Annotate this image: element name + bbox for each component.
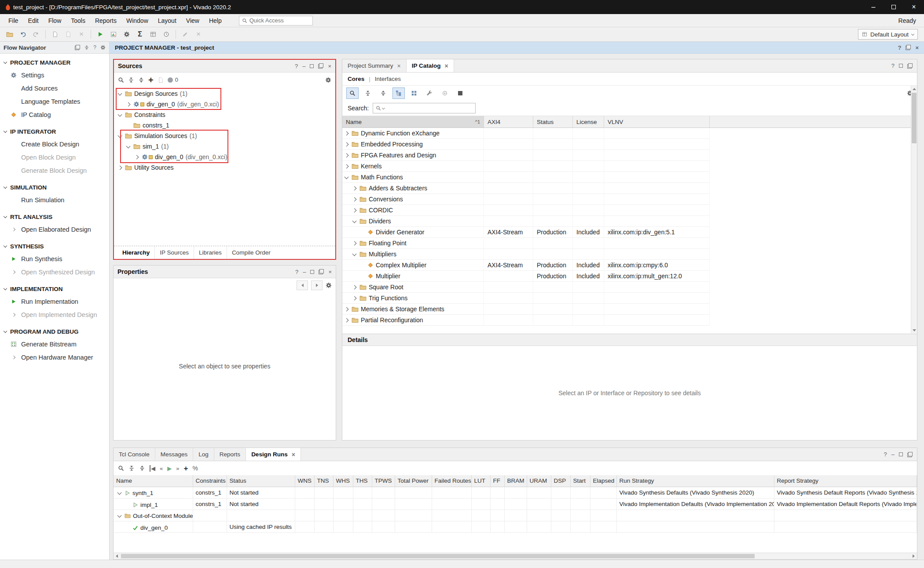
minimize-button[interactable]: – — [863, 0, 884, 14]
menu-view[interactable]: View — [181, 14, 204, 27]
close-icon[interactable]: × — [445, 62, 448, 69]
catalog-row-cordic[interactable]: CORDIC — [342, 205, 710, 216]
reset-runs-icon[interactable]: ◀ — [150, 465, 155, 472]
runs-column-lut[interactable]: LUT — [471, 475, 490, 487]
sources-tab-libraries[interactable]: Libraries — [194, 246, 227, 259]
tree-item-div-gen-0[interactable]: div_gen_0(div_gen_0.xci) — [114, 152, 335, 162]
redo-button[interactable] — [30, 29, 42, 40]
schedule-button[interactable] — [160, 29, 172, 40]
subtab-interfaces[interactable]: Interfaces — [375, 76, 401, 82]
generate-button[interactable] — [439, 87, 451, 99]
sidebar-section-header[interactable]: IP INTEGRATOR — [0, 125, 109, 138]
collapse-all-icon[interactable] — [128, 77, 134, 83]
tree-item-sim-1[interactable]: sim_1(1) — [114, 141, 335, 152]
runs-column-status[interactable]: Status — [227, 475, 295, 487]
runs-column-whs[interactable]: WHS — [333, 475, 353, 487]
runs-column-failed-routes[interactable]: Failed Routes — [432, 475, 471, 487]
runs-column-dsp[interactable]: DSP — [551, 475, 570, 487]
runs-column-name[interactable]: Name — [114, 475, 193, 487]
expand-arrow[interactable] — [343, 176, 349, 178]
gear-icon[interactable] — [325, 77, 331, 83]
float-icon[interactable] — [907, 452, 913, 457]
catalog-row-divider-generator[interactable]: Divider GeneratorAXI4-StreamProductionIn… — [342, 227, 710, 238]
minimize-icon[interactable]: – — [303, 269, 306, 275]
launch-runs-icon[interactable]: ▶ — [167, 465, 172, 472]
customize-ip-button[interactable] — [423, 87, 436, 99]
catalog-row-square-root[interactable]: Square Root — [342, 282, 710, 293]
sidebar-item-run-simulation[interactable]: Run Simulation — [0, 193, 109, 207]
expand-arrow[interactable] — [351, 286, 357, 289]
runs-column-total-power[interactable]: Total Power — [395, 475, 432, 487]
maximize-icon[interactable] — [899, 452, 903, 456]
runs-column-run-strategy[interactable]: Run Strategy — [616, 475, 774, 487]
close-icon[interactable]: × — [328, 269, 332, 275]
expand-arrow[interactable] — [343, 154, 349, 157]
runs-column-tpws[interactable]: TPWS — [372, 475, 395, 487]
sidebar-item-language-templates[interactable]: Language Templates — [0, 95, 109, 108]
expand-arrow[interactable] — [343, 319, 349, 322]
sidebar-item-open-elaborated-design[interactable]: Open Elaborated Design — [0, 223, 109, 236]
expand-arrow[interactable] — [343, 143, 349, 146]
maximize-icon[interactable] — [899, 64, 903, 68]
run-row-synth-1[interactable]: synth_1constrs_1Not startedVivado Synthe… — [114, 487, 917, 498]
add-sources-icon[interactable]: + — [148, 76, 154, 84]
sidebar-item-run-synthesis[interactable]: Run Synthesis — [0, 252, 109, 266]
catalog-search-input-box[interactable] — [373, 103, 476, 113]
scroll-down-arrow[interactable] — [911, 327, 917, 333]
runs-column-uram[interactable]: URAM — [527, 475, 551, 487]
close-button[interactable]: × — [904, 0, 924, 14]
tab-project-summary[interactable]: Project Summary× — [342, 59, 407, 72]
sidebar-item-create-block-design[interactable]: Create Block Design — [0, 138, 109, 151]
catalog-row-dividers[interactable]: Dividers — [342, 216, 710, 227]
sidebar-item-run-implementation[interactable]: Run Implementation — [0, 295, 109, 308]
catalog-row-dynamic-function-exchange[interactable]: Dynamic Function eXchange — [342, 128, 710, 139]
expand-arrow[interactable] — [125, 146, 131, 148]
layout-selector[interactable]: Default Layout — [858, 29, 918, 40]
group-by-category-button[interactable] — [392, 87, 405, 99]
catalog-row-partial-reconfiguration[interactable]: Partial Reconfiguration — [342, 315, 710, 326]
tree-item-constraints[interactable]: Constraints — [114, 109, 335, 120]
catalog-row-math-functions[interactable]: Math Functions — [342, 172, 710, 183]
scroll-left-arrow[interactable] — [114, 553, 120, 559]
runs-column-start[interactable]: Start — [570, 475, 590, 487]
scroll-right-arrow[interactable] — [910, 553, 917, 559]
runs-column-tns[interactable]: TNS — [314, 475, 333, 487]
catalog-row-complex-multiplier[interactable]: Complex MultiplierAXI4-StreamProductionI… — [342, 260, 710, 271]
runs-column-constraints[interactable]: Constraints — [193, 475, 227, 487]
table-button[interactable] — [147, 29, 159, 40]
catalog-row-trig-functions[interactable]: Trig Functions — [342, 293, 710, 304]
vertical-scrollbar[interactable] — [911, 86, 917, 333]
runs-column-ths[interactable]: THS — [353, 475, 372, 487]
forward-button[interactable] — [311, 280, 323, 290]
gear-icon[interactable] — [100, 45, 106, 50]
sidebar-item-generate-bitstream[interactable]: Generate Bitstream — [0, 338, 109, 351]
tree-item-utility-sources[interactable]: Utility Sources — [114, 162, 335, 173]
runs-column-bram[interactable]: BRAM — [504, 475, 527, 487]
report-button[interactable] — [107, 29, 120, 40]
expand-all-button[interactable] — [377, 87, 389, 99]
expand-arrow[interactable] — [351, 209, 357, 212]
step-back-icon[interactable]: « — [160, 465, 163, 472]
float-icon[interactable] — [319, 269, 324, 274]
sidebar-section-header[interactable]: PROGRAM AND DEBUG — [0, 325, 109, 338]
run-button[interactable] — [94, 29, 106, 40]
expand-arrow[interactable] — [351, 187, 357, 190]
search-icon[interactable] — [118, 465, 124, 471]
help-icon[interactable]: ? — [884, 451, 887, 458]
sidebar-section-header[interactable]: IMPLEMENTATION — [0, 283, 109, 295]
expand-arrow[interactable] — [117, 135, 123, 137]
search-icon[interactable] — [118, 77, 124, 83]
column-header-name[interactable]: Name^1 — [342, 116, 484, 127]
catalog-row-multipliers[interactable]: Multipliers — [342, 249, 710, 260]
expand-arrow[interactable] — [351, 220, 357, 222]
expand-all-icon[interactable] — [139, 465, 145, 471]
float-icon[interactable] — [318, 63, 323, 69]
sidebar-section-header[interactable]: SYNTHESIS — [0, 240, 109, 252]
expand-arrow[interactable] — [351, 242, 357, 245]
maximize-icon[interactable] — [310, 64, 314, 68]
expand-arrow[interactable] — [125, 103, 131, 106]
properties-panel-header[interactable]: Properties ? – × — [114, 266, 336, 278]
menu-layout[interactable]: Layout — [153, 14, 181, 27]
catalog-row-embedded-processing[interactable]: Embedded Processing — [342, 139, 710, 150]
maximize-button[interactable] — [884, 0, 904, 14]
